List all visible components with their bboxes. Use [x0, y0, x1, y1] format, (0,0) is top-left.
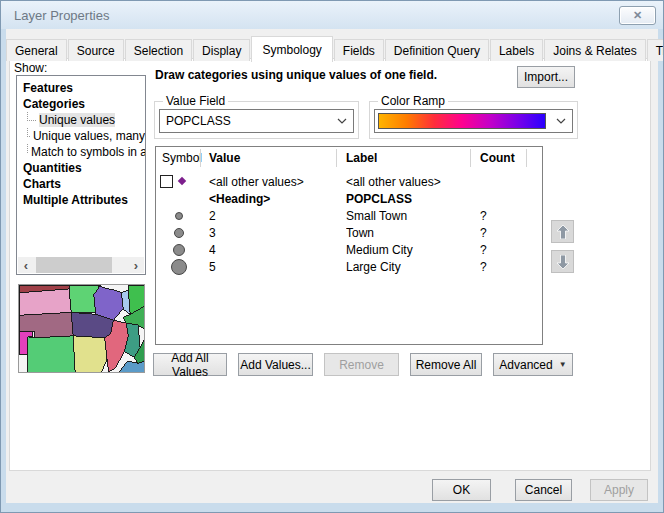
tree-item-multiple-attributes[interactable]: Multiple Attributes [17, 192, 145, 208]
symbol-cell [156, 173, 209, 190]
close-button[interactable]: ✕ [619, 6, 656, 25]
tree-horizontal-scrollbar[interactable]: ‹ › [18, 257, 144, 273]
remove-all-button[interactable]: Remove All [410, 353, 482, 376]
tree-connector [27, 112, 36, 121]
point-symbol-icon [178, 177, 186, 185]
remove-button[interactable]: Remove [324, 353, 399, 376]
add-all-values-button[interactable]: Add All Values [153, 353, 227, 376]
symbol-cell [156, 224, 209, 241]
table-row-large-city[interactable]: 5 Large City ? [156, 258, 542, 275]
window-title: Layer Properties [14, 8, 109, 23]
all-other-values-checkbox[interactable] [160, 175, 173, 188]
title-bar[interactable]: Layer Properties ✕ [1, 1, 663, 29]
import-button[interactable]: Import... [517, 66, 575, 88]
up-arrow-icon [557, 225, 569, 239]
color-ramp-group: Color Ramp [369, 101, 578, 139]
symbol-cell [156, 241, 209, 258]
table-row-small-town[interactable]: 2 Small Town ? [156, 207, 542, 224]
header-symbol: Symbol [156, 151, 209, 165]
header-value: Value [209, 151, 346, 165]
tree-item-unique-values[interactable]: Unique values [17, 112, 145, 128]
down-arrow-icon [557, 255, 569, 269]
column-divider [200, 149, 201, 167]
symbol-cell [156, 258, 209, 275]
table-row-all-other-values[interactable]: <all other values> <all other values> [156, 173, 542, 190]
apply-button[interactable]: Apply [590, 479, 648, 501]
add-values-button[interactable]: Add Values... [238, 353, 313, 376]
layer-properties-dialog: Layer Properties ✕ General Source Select… [0, 0, 664, 513]
header-label: Label [346, 151, 480, 165]
table-row-town[interactable]: 3 Town ? [156, 224, 542, 241]
value-field-label: Value Field [163, 94, 228, 108]
scroll-left-icon[interactable]: ‹ [18, 257, 34, 273]
tree-connector [27, 144, 28, 153]
tab-fields[interactable]: Fields [334, 39, 384, 61]
tree-item-quantities[interactable]: Quantities [17, 160, 145, 176]
midwest-states-map [19, 285, 144, 372]
tree-connector [27, 128, 30, 137]
table-row-medium-city[interactable]: 4 Medium City ? [156, 241, 542, 258]
map-preview-thumbnail [18, 284, 145, 373]
gray-circle-icon [175, 212, 183, 220]
value-action-buttons: Add All Values Add Values... Remove Remo… [153, 353, 573, 376]
value-field-dropdown[interactable]: POPCLASS [159, 109, 354, 133]
dropdown-arrow-icon: ▼ [559, 360, 567, 369]
move-up-button[interactable] [551, 220, 574, 243]
chevron-down-icon [331, 118, 353, 124]
chevron-down-icon [550, 118, 572, 124]
tab-symbology[interactable]: Symbology [251, 36, 332, 62]
table-header-row: Symbol Value Label Count [156, 147, 542, 169]
tab-labels[interactable]: Labels [490, 39, 543, 61]
tab-definition-query[interactable]: Definition Query [385, 39, 489, 61]
tree-item-match-to-symbols[interactable]: Match to symbols in a [17, 144, 145, 160]
symbology-tab-page: Show: Features Categories Unique values … [9, 58, 651, 471]
tab-general[interactable]: General [6, 39, 67, 61]
column-divider [470, 149, 471, 167]
color-ramp-gradient [378, 113, 546, 129]
move-down-button[interactable] [551, 250, 574, 273]
tab-joins-relates[interactable]: Joins & Relates [544, 39, 645, 61]
ok-button[interactable]: OK [432, 479, 491, 501]
value-field-group: Value Field POPCLASS [154, 101, 359, 139]
header-count: Count [480, 151, 542, 165]
show-tree: Features Categories Unique values Unique… [17, 80, 145, 208]
gray-circle-icon [174, 228, 184, 238]
column-divider [526, 149, 527, 167]
column-divider [336, 149, 337, 167]
tab-selection[interactable]: Selection [125, 39, 192, 61]
tree-item-unique-values-many[interactable]: Unique values, many [17, 128, 145, 144]
symbol-cell [156, 190, 209, 207]
tab-time[interactable]: Time [647, 39, 664, 61]
symbol-cell [156, 207, 209, 224]
table-row-heading[interactable]: <Heading> POPCLASS [156, 190, 542, 207]
table-body: <all other values> <all other values> <H… [156, 173, 542, 275]
tab-display[interactable]: Display [193, 39, 250, 61]
close-icon: ✕ [633, 9, 642, 22]
gray-circle-icon [171, 259, 187, 275]
advanced-button[interactable]: Advanced ▼ [493, 353, 573, 376]
tree-item-categories[interactable]: Categories [17, 96, 145, 112]
cancel-button[interactable]: Cancel [515, 479, 572, 501]
color-ramp-label: Color Ramp [378, 94, 448, 108]
tab-source[interactable]: Source [68, 39, 124, 61]
gray-circle-icon [173, 244, 185, 256]
scrollbar-thumb[interactable] [36, 257, 112, 273]
show-tree-listbox: Features Categories Unique values Unique… [16, 75, 146, 275]
color-ramp-dropdown[interactable] [374, 109, 573, 133]
show-label: Show: [14, 61, 47, 75]
tree-item-charts[interactable]: Charts [17, 176, 145, 192]
tab-strip: General Source Selection Display Symbolo… [6, 36, 664, 61]
tree-item-features[interactable]: Features [17, 80, 145, 96]
value-field-selected: POPCLASS [160, 114, 331, 128]
scroll-right-icon[interactable]: › [128, 257, 144, 273]
renderer-description: Draw categories using unique values of o… [155, 68, 437, 82]
unique-values-table: Symbol Value Label Count <all other valu… [155, 146, 543, 345]
